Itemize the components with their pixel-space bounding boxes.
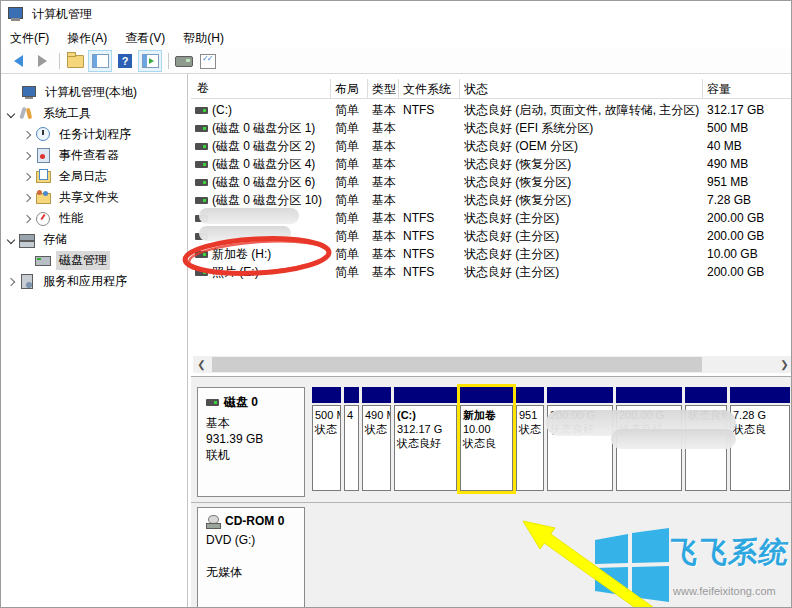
volume-cell: 状态良好 (启动, 页面文件, 故障转储, 主分区) (460, 102, 703, 119)
volume-row[interactable]: 照片 (E:)简单基本NTFS状态良好 (主分区)200.00 GB (191, 263, 792, 281)
chevron-right-icon[interactable] (3, 279, 19, 285)
column-header-capacity[interactable]: 容量 (703, 79, 792, 99)
volume-cell: (磁盘 0 磁盘分区 1) (191, 120, 331, 137)
tasks-button[interactable] (197, 51, 219, 71)
partition-block[interactable]: 状态良好 (685, 387, 727, 491)
chevron-down-icon[interactable] (3, 111, 19, 117)
column-header-volume[interactable]: 卷 (191, 79, 331, 99)
partition-label: 951状态 (516, 405, 544, 491)
cell-text: 状态良好 (主分区) (464, 247, 559, 261)
scrollbar-thumb[interactable] (212, 357, 702, 372)
volume-cell: 状态良好 (恢复分区) (460, 174, 703, 191)
chevron-right-icon[interactable] (19, 195, 35, 201)
console-tree-toggle-button[interactable] (88, 50, 112, 72)
disk-0-info-box[interactable]: 磁盘 0 基本 931.39 GB 联机 (197, 387, 305, 497)
partition-block[interactable]: 200.00 G状态良好 (616, 387, 682, 491)
volume-row[interactable]: (磁盘 0 磁盘分区 10)简单基本状态良好 (恢复分区)7.28 GB (191, 191, 792, 209)
chevron-right-icon[interactable] (19, 216, 35, 222)
partition-block[interactable]: 500 M状态 (312, 387, 341, 491)
device-manager-button[interactable] (173, 51, 195, 71)
tree-label: 性能 (56, 209, 86, 228)
tree-item-storage[interactable]: 存储 (1, 229, 187, 250)
chevron-right-icon[interactable] (19, 132, 35, 138)
menu-file[interactable]: 文件(F) (1, 27, 58, 50)
disk-name: 磁盘 0 (224, 394, 258, 411)
cell-text: NTFS (403, 229, 434, 243)
cell-text: 状态良好 (EFI 系统分区) (464, 121, 593, 135)
tree-item-task-scheduler[interactable]: 任务计划程序 (1, 124, 187, 145)
cell-text: 简单 (335, 265, 359, 279)
volume-row[interactable]: (磁盘 0 磁盘分区 1)简单基本状态良好 (EFI 系统分区)500 MB (191, 119, 792, 137)
column-header-status[interactable]: 状态 (460, 79, 703, 99)
partition-block[interactable]: 7.28 G状态良 (730, 387, 790, 491)
cell-text: NTFS (403, 247, 434, 261)
tree-item-shared-folders[interactable]: 共享文件夹 (1, 187, 187, 208)
partition-block[interactable]: (C:)312.17 G状态良好 (394, 387, 457, 491)
partition-block[interactable]: 951状态 (516, 387, 544, 491)
horizontal-scrollbar[interactable]: ❮ ❯ (193, 356, 792, 373)
cdrom-0-info-box[interactable]: CD-ROM 0 DVD (G:) 无媒体 (197, 507, 305, 608)
volume-icon (195, 107, 208, 114)
partition-block[interactable]: 4 (344, 387, 359, 491)
volume-cell: NTFS (399, 265, 460, 279)
tree-label: 事件查看器 (56, 146, 122, 165)
partition-block-selected[interactable]: 新加卷10.00状态良 (460, 387, 513, 491)
forward-button[interactable] (31, 51, 53, 71)
volume-row[interactable]: 简单基本NTFS状态良好 (主分区)200.00 GB (191, 227, 792, 245)
volume-row[interactable]: (磁盘 0 磁盘分区 2)简单基本状态良好 (OEM 分区)40 MB (191, 137, 792, 155)
scroll-left-button[interactable]: ❮ (193, 356, 210, 373)
tree-label: 存储 (40, 230, 70, 249)
window-title: 计算机管理 (32, 6, 92, 23)
up-folder-button[interactable] (64, 51, 86, 71)
volume-row[interactable]: (磁盘 0 磁盘分区 6)简单基本状态良好 (恢复分区)951 MB (191, 173, 792, 191)
console-tree: 计算机管理(本地) 系统工具 任务计划程序 事件查看器 全局日志 共享文件夹 (1, 74, 188, 608)
tree-item-services-applications[interactable]: 服务和应用程序 (1, 271, 187, 292)
partition-block[interactable]: 490 M状态 (362, 387, 391, 491)
volume-cell: NTFS (399, 211, 460, 225)
tree-item-computer-management[interactable]: 计算机管理(本地) (1, 82, 187, 103)
tree-item-system-tools[interactable]: 系统工具 (1, 103, 187, 124)
column-header-type[interactable]: 类型 (368, 79, 399, 99)
disk-icon (35, 253, 52, 268)
column-header-filesystem[interactable]: 文件系统 (399, 79, 460, 99)
column-header-layout[interactable]: 布局 (331, 79, 368, 99)
chevron-right-icon[interactable] (19, 153, 35, 159)
cdrom-drive: DVD (G:) (206, 532, 298, 548)
tree-label: 全局日志 (56, 167, 110, 186)
volume-row[interactable]: (磁盘 0 磁盘分区 4)简单基本状态良好 (恢复分区)490 MB (191, 155, 792, 173)
partition-color-bar (344, 387, 359, 403)
cdrom-name: CD-ROM 0 (225, 514, 284, 528)
tree-item-event-viewer[interactable]: 事件查看器 (1, 145, 187, 166)
menu-action[interactable]: 操作(A) (58, 27, 116, 50)
volume-cell: 简单 (331, 138, 368, 155)
back-button[interactable] (7, 51, 29, 71)
cell-text: 状态良好 (启动, 页面文件, 故障转储, 主分区) (464, 103, 699, 117)
computer-icon (21, 85, 38, 100)
tree-item-performance[interactable]: 性能 (1, 208, 187, 229)
partition-block[interactable]: 200.00 G状态良好 (547, 387, 613, 491)
scroll-right-button[interactable]: ❯ (776, 356, 792, 373)
volume-row[interactable]: 简单基本NTFS状态良好 (主分区)200.00 GB (191, 209, 792, 227)
chevron-right-icon[interactable] (19, 174, 35, 180)
volume-cell: 简单 (331, 192, 368, 209)
cell-text: (磁盘 0 磁盘分区 2) (212, 138, 315, 155)
partition-color-bar (312, 387, 341, 403)
cell-text: 500 MB (707, 121, 748, 135)
chevron-down-icon[interactable] (3, 237, 19, 243)
volume-row[interactable]: 新加卷 (H:)简单基本NTFS状态良好 (主分区)10.00 GB (191, 245, 792, 263)
partition-text: 10.00 (463, 422, 510, 436)
menu-view[interactable]: 查看(V) (116, 27, 174, 50)
action-pane-toggle-button[interactable] (138, 50, 162, 72)
cell-text: 简单 (335, 157, 359, 171)
partition-color-bar (362, 387, 391, 403)
tree-item-global-logs[interactable]: 全局日志 (1, 166, 187, 187)
cell-text: 基本 (372, 139, 396, 153)
tree-item-disk-management[interactable]: 磁盘管理 (1, 250, 187, 271)
partition-text: 状态良好 (550, 422, 610, 436)
volume-cell: 200.00 GB (703, 265, 792, 279)
cell-text: 状态良好 (恢复分区) (464, 175, 571, 189)
volume-row[interactable]: (C:)简单基本NTFS状态良好 (启动, 页面文件, 故障转储, 主分区)31… (191, 101, 792, 119)
cell-text: 10.00 GB (707, 247, 758, 261)
menu-help[interactable]: 帮助(H) (174, 27, 233, 50)
help-button[interactable]: ? (114, 51, 136, 71)
